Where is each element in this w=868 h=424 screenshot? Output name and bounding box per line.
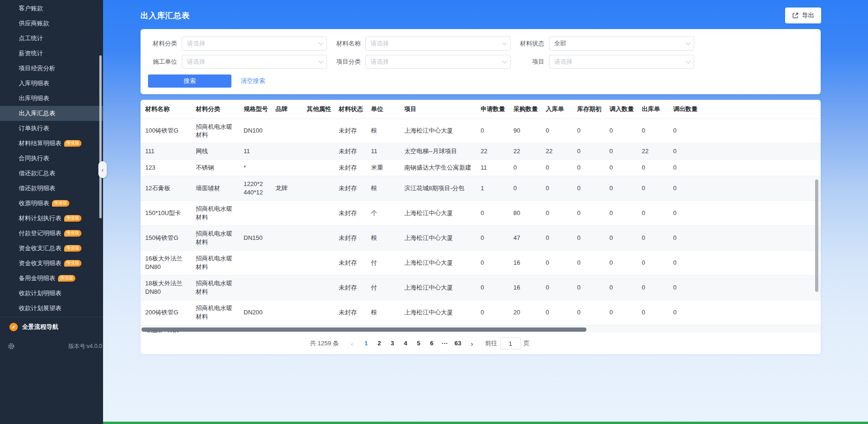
table-cell — [239, 201, 271, 226]
sidebar-item[interactable]: 材料计划执行表专业版 — [0, 211, 103, 226]
table-cell — [271, 250, 302, 275]
table-cell: 上海松江中心大厦 — [400, 250, 476, 275]
table-row[interactable]: 18板大外法兰DN80招商机电水暖材料未封存付上海松江中心大厦01600000 — [141, 275, 821, 300]
sidebar-item[interactable]: 项目经营分析 — [0, 61, 103, 76]
table-cell: 22 — [541, 143, 572, 160]
table-cell: 付 — [366, 275, 400, 300]
sidebar-item[interactable]: 借还款明细表 — [0, 181, 103, 196]
sidebar-item[interactable]: 合同执行表 — [0, 151, 103, 166]
table-row[interactable]: 200铸铁管G招商机电水暖材料DN200未封存根上海松江中心大厦02000000 — [141, 300, 821, 325]
sidebar-item-label: 资金收支明细表 — [19, 259, 61, 268]
table-cell: 20 — [509, 300, 541, 325]
table-cell: 根 — [366, 300, 400, 325]
table-cell: 根 — [366, 226, 400, 251]
table-cell: 0 — [605, 201, 637, 226]
table-cell-filler — [701, 143, 821, 160]
page-number[interactable]: 3 — [386, 337, 399, 350]
page-number[interactable]: 4 — [399, 337, 412, 350]
column-header: 调入数量 — [605, 100, 637, 119]
sidebar-item[interactable]: 收票明细表专业版 — [0, 196, 103, 211]
column-header: 材料名称 — [141, 100, 191, 119]
sidebar-scrollbar[interactable] — [99, 55, 102, 218]
table-vertical-scrollbar[interactable] — [815, 179, 818, 292]
filter-select-value: 请选择 — [371, 39, 389, 48]
pro-version-badge: 专业版 — [64, 230, 82, 237]
sidebar-item[interactable]: 付款登记明细表专业版 — [0, 226, 103, 241]
page-number[interactable]: 5 — [412, 337, 425, 350]
table-row[interactable]: 100铸铁管G招商机电水暖材料DN100未封存根上海松江中心大厦09000000 — [141, 119, 821, 143]
sidebar-item[interactable]: 借还款汇总表 — [0, 166, 103, 181]
sidebar-menu: 客户账款供应商账款点工统计薪资统计项目经营分析入库明细表出库明细表出入库汇总表订… — [0, 0, 103, 317]
table-cell: 0 — [605, 160, 637, 176]
filter-select-construction-unit[interactable]: 请选择 — [182, 55, 327, 69]
sidebar-item[interactable]: 出入库汇总表 — [0, 106, 103, 121]
filter-select-material-category[interactable]: 请选择 — [182, 37, 327, 51]
table-cell: 米重 — [366, 160, 400, 176]
table-cell: 根 — [366, 176, 400, 201]
table-cell: 0 — [572, 300, 605, 325]
page-number[interactable]: 1 — [360, 337, 373, 350]
sidebar-item[interactable]: 客户账款 — [0, 1, 103, 16]
table-cell: 0 — [637, 176, 668, 201]
table-cell: 上海松江中心大厦 — [400, 119, 476, 143]
filter-select-material-name[interactable]: 请选择 — [365, 37, 511, 51]
next-page-arrow[interactable]: › — [467, 340, 478, 348]
page-number[interactable]: 63 — [452, 337, 465, 350]
page-number[interactable]: 2 — [373, 337, 386, 350]
filter-label: 材料名称 — [332, 39, 361, 48]
table-cell: 招商机电水暖材料 — [191, 119, 239, 143]
clear-search-link[interactable]: 清空搜索 — [241, 77, 265, 85]
table-cell: 0 — [605, 250, 637, 275]
sidebar-item[interactable]: 点工统计 — [0, 31, 103, 46]
filter-select-project-category[interactable]: 请选择 — [365, 55, 511, 69]
table-cell: 0 — [572, 119, 605, 143]
gear-icon[interactable] — [7, 342, 15, 350]
sidebar-item[interactable]: 薪资统计 — [0, 46, 103, 61]
filter-field-material-status: 材料状态全部 — [515, 37, 813, 51]
sidebar-item[interactable]: 订单执行表 — [0, 121, 103, 136]
table-row[interactable]: 150铸铁管G招商机电水暖材料DN150未封存根上海松江中心大厦04700000 — [141, 226, 821, 251]
column-header: 规格型号 — [239, 100, 271, 119]
search-button[interactable]: 搜索 — [148, 74, 231, 88]
table-row[interactable]: 150*10U型卡招商机电水暖材料未封存个上海松江中心大厦08000000 — [141, 201, 821, 226]
summary-table-card: 材料名称材料分类规格型号品牌其他属性材料状态单位项目申请数量采购数量入库单库存期… — [141, 100, 821, 354]
goto-page-input[interactable] — [500, 337, 521, 350]
table-horizontal-scrollbar[interactable] — [141, 327, 586, 332]
sidebar-item[interactable]: 收款计划展望表 — [0, 301, 103, 316]
table-cell: 100铸铁管G — [141, 119, 191, 143]
sidebar-panorama-nav[interactable]: 全景流程导航 — [0, 317, 103, 337]
prev-page-arrow[interactable]: ‹ — [347, 340, 358, 348]
table-cell — [302, 119, 334, 143]
table-cell — [271, 226, 302, 251]
sidebar-item[interactable]: 材料结算明细表专业版 — [0, 136, 103, 151]
page-ellipsis[interactable]: ··· — [438, 337, 452, 350]
filter-select-value: 全部 — [554, 39, 566, 48]
column-header: 其他属性 — [302, 100, 334, 119]
sidebar-item[interactable]: 资金收支汇总表专业版 — [0, 241, 103, 256]
sidebar-item-label: 备用金明细表 — [19, 274, 55, 283]
page-number[interactable]: 6 — [425, 337, 438, 350]
column-header: 申请数量 — [476, 100, 509, 119]
sidebar-item[interactable]: 备用金明细表专业版 — [0, 271, 103, 286]
table-row[interactable]: 12石膏板墙面辅材1220*2440*12龙牌未封存根滨江花城8期项目-分包10… — [141, 176, 821, 201]
table-row[interactable]: 16板大外法兰DN80招商机电水暖材料未封存付上海松江中心大厦01600000 — [141, 250, 821, 275]
pagination-bar: 共 1259 条 ‹ 123456···63 › 前往 页 — [141, 333, 821, 354]
sidebar-item[interactable]: 收款计划明细表 — [0, 286, 103, 301]
filter-select-value: 请选择 — [187, 39, 205, 48]
sidebar-item[interactable]: 供应商账款 — [0, 16, 103, 31]
chevron-down-icon — [318, 58, 323, 63]
table-row[interactable]: 111网线11未封存11太空电梯--月球项目22222200220 — [141, 143, 821, 160]
sidebar-collapse-handle[interactable]: ‹ — [98, 161, 107, 178]
table-cell: 0 — [668, 119, 701, 143]
sidebar-item[interactable]: 出库明细表 — [0, 91, 103, 106]
filter-select-project[interactable]: 请选择 — [549, 55, 694, 69]
table-row[interactable]: 123不锈钢*未封存米重南钢盛达大学生公寓新建11000000 — [141, 160, 821, 176]
table-cell: 111 — [141, 143, 191, 160]
sidebar-item-label: 借还款汇总表 — [19, 169, 55, 178]
sidebar-item[interactable]: 入库明细表 — [0, 76, 103, 91]
table-cell: 0 — [572, 143, 605, 160]
filter-select-material-status[interactable]: 全部 — [549, 37, 694, 51]
sidebar-item[interactable]: 资金收支明细表专业版 — [0, 256, 103, 271]
export-button[interactable]: 导出 — [785, 7, 821, 23]
table-cell: 0 — [605, 119, 637, 143]
